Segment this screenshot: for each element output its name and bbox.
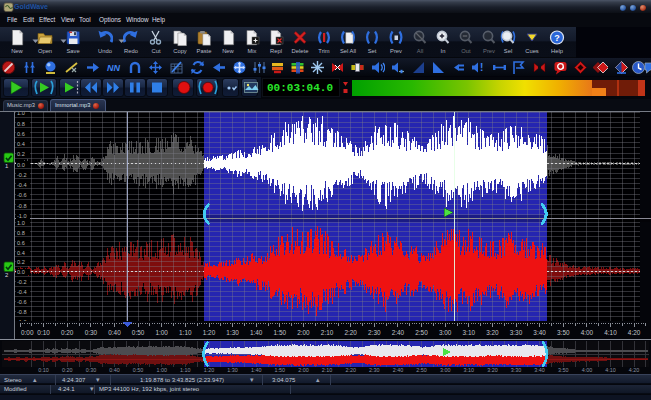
svg-text:0.4: 0.4 xyxy=(17,250,25,256)
svg-text:0:40: 0:40 xyxy=(108,329,121,336)
svg-text:0.0: 0.0 xyxy=(17,162,25,168)
svg-text:2:30: 2:30 xyxy=(368,329,381,336)
svg-text:0.6: 0.6 xyxy=(17,240,25,246)
svg-text:1:20: 1:20 xyxy=(204,367,215,373)
svg-text:0:20: 0:20 xyxy=(61,329,74,336)
svg-text:1:40: 1:40 xyxy=(250,329,263,336)
svg-text:0:10: 0:10 xyxy=(37,329,50,336)
svg-text:3:40: 3:40 xyxy=(534,367,545,373)
svg-text:1:10: 1:10 xyxy=(179,329,192,336)
svg-text:-0.6: -0.6 xyxy=(17,299,27,305)
svg-text:2:20: 2:20 xyxy=(345,367,356,373)
svg-text:0:30: 0:30 xyxy=(85,329,98,336)
svg-text:1:00: 1:00 xyxy=(156,367,167,373)
svg-text:-0.6: -0.6 xyxy=(17,192,27,198)
svg-text:-0.8: -0.8 xyxy=(17,309,27,315)
svg-text:1.0: 1.0 xyxy=(17,220,25,226)
svg-text:0.0: 0.0 xyxy=(17,269,25,275)
svg-text:1:20: 1:20 xyxy=(203,329,216,336)
svg-text:2:20: 2:20 xyxy=(344,329,357,336)
svg-text:1:40: 1:40 xyxy=(251,367,262,373)
svg-text:1:50: 1:50 xyxy=(275,367,286,373)
svg-text:2:10: 2:10 xyxy=(321,329,334,336)
svg-text:2:40: 2:40 xyxy=(392,329,405,336)
svg-text:1:30: 1:30 xyxy=(226,329,239,336)
svg-text:-0.4: -0.4 xyxy=(17,182,27,188)
svg-text:3:10: 3:10 xyxy=(464,367,475,373)
svg-text:-0.2: -0.2 xyxy=(17,279,27,285)
svg-text:0.8: 0.8 xyxy=(17,230,25,236)
svg-text:0:20: 0:20 xyxy=(62,367,73,373)
svg-text:0:40: 0:40 xyxy=(109,367,120,373)
svg-text:2:00: 2:00 xyxy=(297,329,310,336)
svg-text:3:00: 3:00 xyxy=(439,329,452,336)
svg-text:4:20: 4:20 xyxy=(628,329,641,336)
svg-text:3:30: 3:30 xyxy=(510,329,523,336)
svg-text:0:50: 0:50 xyxy=(133,367,144,373)
svg-text:-1.0: -1.0 xyxy=(17,213,27,219)
svg-text:3:30: 3:30 xyxy=(511,367,522,373)
svg-text:1:10: 1:10 xyxy=(180,367,191,373)
svg-text:1:30: 1:30 xyxy=(227,367,238,373)
svg-text:3:10: 3:10 xyxy=(463,329,476,336)
svg-text:3:40: 3:40 xyxy=(533,329,546,336)
svg-text:1:50: 1:50 xyxy=(274,329,287,336)
svg-text:0:00: 0:00 xyxy=(21,329,34,336)
svg-text:3:00: 3:00 xyxy=(440,367,451,373)
svg-text:-0.2: -0.2 xyxy=(17,172,27,178)
svg-text:!: ! xyxy=(480,62,483,73)
svg-text:3:20: 3:20 xyxy=(487,367,498,373)
svg-text:0:30: 0:30 xyxy=(86,367,97,373)
svg-text:2:00: 2:00 xyxy=(298,367,309,373)
svg-text:1:00: 1:00 xyxy=(155,329,168,336)
svg-text:0:50: 0:50 xyxy=(132,329,145,336)
svg-text:2:30: 2:30 xyxy=(369,367,380,373)
svg-text:-0.8: -0.8 xyxy=(17,203,27,209)
svg-text:3:20: 3:20 xyxy=(486,329,499,336)
svg-text:2:10: 2:10 xyxy=(322,367,333,373)
svg-text:0.2: 0.2 xyxy=(17,151,25,157)
svg-text:-0.4: -0.4 xyxy=(17,289,27,295)
svg-text:0.4: 0.4 xyxy=(17,141,25,147)
svg-text:4:10: 4:10 xyxy=(605,367,616,373)
svg-text:?: ? xyxy=(554,33,560,43)
svg-text:2:50: 2:50 xyxy=(416,367,427,373)
svg-text:0.2: 0.2 xyxy=(17,259,25,265)
svg-text:4:00: 4:00 xyxy=(582,367,593,373)
svg-text:NN: NN xyxy=(107,63,120,73)
svg-text:4:10: 4:10 xyxy=(604,329,617,336)
svg-text:0.6: 0.6 xyxy=(17,131,25,137)
svg-text:4:00: 4:00 xyxy=(581,329,594,336)
svg-text:2:50: 2:50 xyxy=(415,329,428,336)
svg-text:3:50: 3:50 xyxy=(557,329,570,336)
svg-text:2:40: 2:40 xyxy=(393,367,404,373)
svg-text:0.8: 0.8 xyxy=(17,121,25,127)
svg-text:0:10: 0:10 xyxy=(38,367,49,373)
svg-text:3:50: 3:50 xyxy=(558,367,569,373)
svg-text:4:20: 4:20 xyxy=(629,367,640,373)
